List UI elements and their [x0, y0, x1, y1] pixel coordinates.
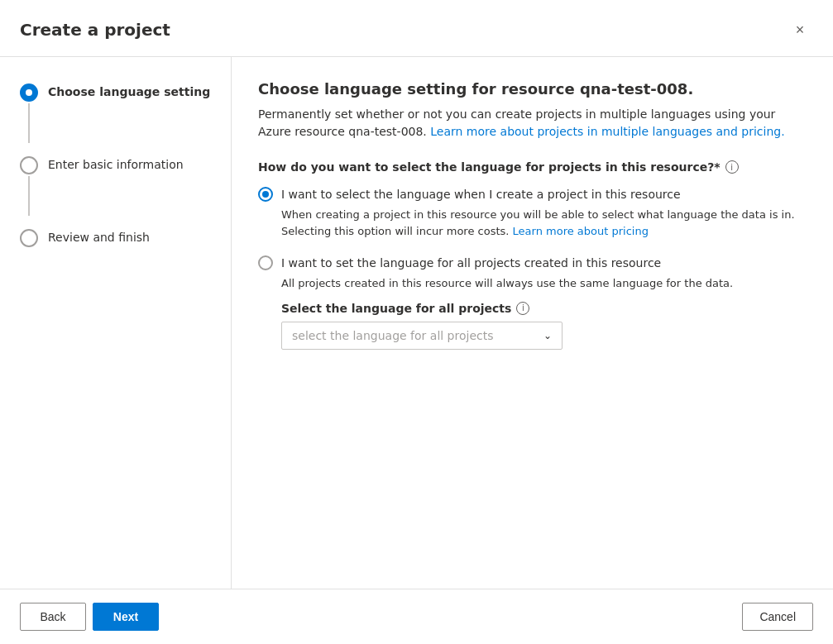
- section-title: Choose language setting for resource qna…: [258, 80, 807, 98]
- language-dropdown[interactable]: select the language for all projects ⌄: [281, 322, 563, 350]
- sidebar-item-choose-language[interactable]: Choose language setting: [0, 77, 231, 150]
- sub-info-icon[interactable]: i: [516, 302, 529, 315]
- step2-circle: [20, 156, 38, 174]
- step2-label: Enter basic information: [48, 156, 184, 171]
- radio-desc-2: All projects created in this resource wi…: [281, 275, 807, 292]
- sidebar-item-review-finish[interactable]: Review and finish: [0, 222, 231, 254]
- main-content: Choose language setting for resource qna…: [232, 57, 833, 589]
- radio-option-1: I want to select the language when I cre…: [258, 187, 807, 239]
- step1-indicator: [20, 83, 38, 143]
- radio-input-2[interactable]: [258, 255, 273, 270]
- step3-indicator: [20, 229, 38, 247]
- question-info-icon[interactable]: i: [725, 160, 739, 174]
- section-desc: Permanently set whether or not you can c…: [258, 106, 807, 141]
- sidebar-item-basic-info[interactable]: Enter basic information: [0, 150, 231, 222]
- sub-section-label: Select the language for all projects i: [281, 302, 807, 315]
- dialog-header: Create a project ×: [0, 0, 833, 57]
- back-button[interactable]: Back: [20, 603, 86, 631]
- question-label: How do you want to select the language f…: [258, 160, 807, 174]
- radio-label-1[interactable]: I want to select the language when I cre…: [258, 187, 807, 202]
- chevron-down-icon: ⌄: [543, 330, 552, 341]
- next-button[interactable]: Next: [93, 603, 159, 631]
- create-project-dialog: Create a project × Choose language setti…: [0, 0, 833, 644]
- section-desc-link[interactable]: Learn more about projects in multiple la…: [430, 125, 784, 138]
- dialog-footer: Back Next Cancel: [0, 589, 833, 644]
- radio-text-1: I want to select the language when I cre…: [281, 188, 681, 201]
- dropdown-placeholder: select the language for all projects: [292, 329, 494, 342]
- radio-input-1[interactable]: [258, 187, 273, 202]
- language-sub-section: Select the language for all projects i s…: [281, 302, 807, 350]
- radio-label-2[interactable]: I want to set the language for all proje…: [258, 255, 807, 270]
- step3-label: Review and finish: [48, 229, 150, 244]
- cancel-button[interactable]: Cancel: [742, 603, 813, 631]
- dialog-title: Create a project: [20, 20, 170, 40]
- step2-indicator: [20, 156, 38, 216]
- radio-desc-1: When creating a project in this resource…: [281, 207, 807, 239]
- step1-circle: [20, 83, 38, 102]
- step3-circle: [20, 229, 38, 247]
- radio-desc-link-1[interactable]: Learn more about pricing: [513, 225, 649, 237]
- step1-label: Choose language setting: [48, 83, 210, 98]
- step1-line: [28, 103, 30, 143]
- sidebar: Choose language setting Enter basic info…: [0, 57, 232, 589]
- radio-option-2: I want to set the language for all proje…: [258, 255, 807, 350]
- dialog-body: Choose language setting Enter basic info…: [0, 57, 833, 589]
- radio-text-2: I want to set the language for all proje…: [281, 256, 661, 270]
- close-button[interactable]: ×: [787, 17, 813, 43]
- footer-left-buttons: Back Next: [20, 603, 159, 631]
- step2-line: [28, 176, 30, 216]
